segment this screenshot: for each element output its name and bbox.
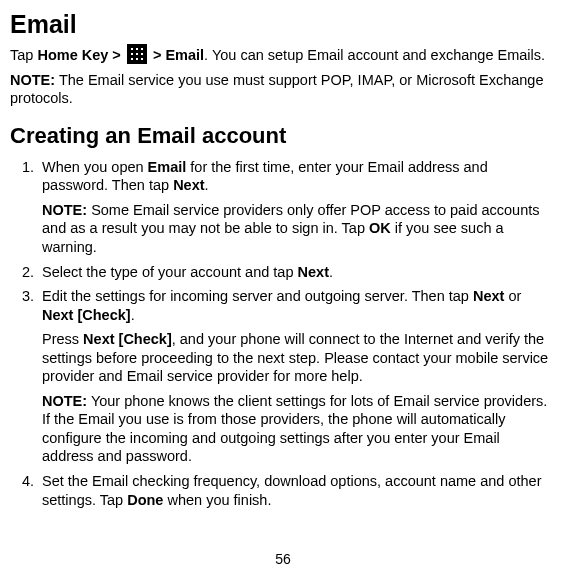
- intro-note: NOTE: The Email service you use must sup…: [10, 71, 552, 108]
- text-bold: Next [Check]: [42, 307, 131, 323]
- text: When you open: [42, 159, 148, 175]
- intro-line-1: Tap Home Key > > Email. You can setup Em…: [10, 44, 552, 65]
- text: Set the Email checking frequency, downlo…: [42, 473, 542, 508]
- step-3-note: NOTE: Your phone knows the client settin…: [42, 392, 552, 466]
- text-bold: OK: [369, 220, 391, 236]
- text: Edit the settings for incoming server an…: [42, 288, 473, 304]
- text-bold: Email: [148, 159, 187, 175]
- text: or: [504, 288, 521, 304]
- text-bold: Next: [173, 177, 204, 193]
- step-3: Edit the settings for incoming server an…: [38, 287, 552, 466]
- note-label: NOTE:: [10, 72, 55, 88]
- text: The Email service you use must support P…: [10, 72, 544, 107]
- note-label: NOTE:: [42, 202, 87, 218]
- text: when you finish.: [163, 492, 271, 508]
- text: .: [131, 307, 135, 323]
- text-bold: Next [Check]: [83, 331, 172, 347]
- step-2: Select the type of your account and tap …: [38, 263, 552, 282]
- text-bold: Home Key >: [37, 47, 124, 63]
- text-bold: Next: [298, 264, 329, 280]
- text: Press: [42, 331, 83, 347]
- step-4: Set the Email checking frequency, downlo…: [38, 472, 552, 509]
- text: . You can setup Email account and exchan…: [204, 47, 545, 63]
- heading-email: Email: [10, 8, 552, 40]
- apps-grid-icon: [127, 44, 147, 64]
- step-1: When you open Email for the first time, …: [38, 158, 552, 257]
- heading-creating-account: Creating an Email account: [10, 122, 552, 150]
- note-label: NOTE:: [42, 393, 87, 409]
- step-1-note: NOTE: Some Email service providers only …: [42, 201, 552, 257]
- text: .: [205, 177, 209, 193]
- text: .: [329, 264, 333, 280]
- text-bold: Done: [127, 492, 163, 508]
- text: Your phone knows the client settings for…: [42, 393, 547, 465]
- step-3-para: Press Next [Check], and your phone will …: [42, 330, 552, 386]
- text: Tap: [10, 47, 37, 63]
- page-number: 56: [0, 551, 566, 569]
- text-bold: Next: [473, 288, 504, 304]
- text-bold: > Email: [149, 47, 204, 63]
- steps-list: When you open Email for the first time, …: [10, 158, 552, 509]
- text: Select the type of your account and tap: [42, 264, 298, 280]
